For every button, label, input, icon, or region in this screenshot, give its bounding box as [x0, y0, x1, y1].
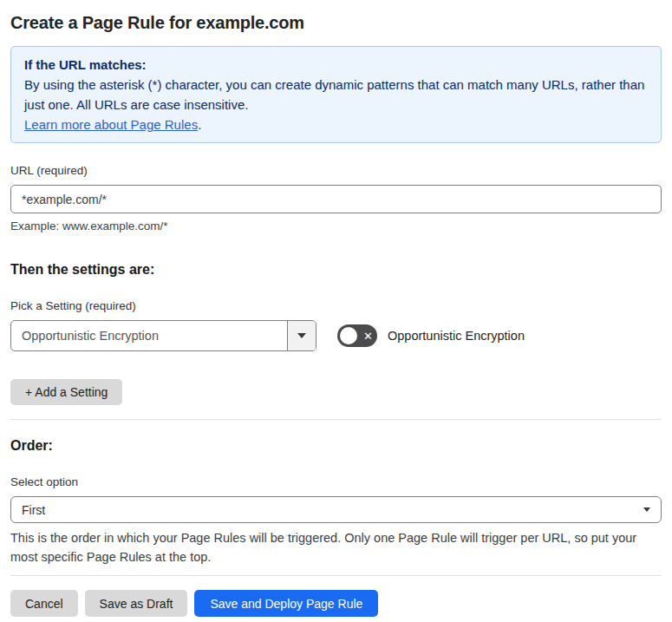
order-select[interactable]: First	[10, 496, 662, 523]
setting-select-value: Opportunistic Encryption	[11, 321, 287, 350]
setting-select-arrow-button[interactable]	[287, 321, 316, 350]
url-example-hint: Example: www.example.com/*	[10, 219, 662, 233]
setting-row: Opportunistic Encryption ✕ Opportunistic…	[10, 320, 662, 351]
url-field-label: URL (required)	[10, 164, 662, 178]
order-select-label: Select option	[10, 475, 662, 489]
link-suffix: .	[198, 117, 201, 132]
url-input[interactable]	[10, 185, 662, 213]
caret-down-icon	[297, 333, 306, 338]
order-hint-text: This is the order in which your Page Rul…	[10, 528, 659, 566]
toggle-knob	[340, 327, 357, 344]
page-title: Create a Page Rule for example.com	[10, 10, 662, 35]
order-section-heading: Order:	[10, 437, 662, 455]
x-icon: ✕	[363, 331, 373, 342]
toggle-label: Opportunistic Encryption	[388, 329, 525, 343]
url-matches-info-box: If the URL matches: By using the asteris…	[10, 46, 662, 143]
save-and-deploy-button[interactable]: Save and Deploy Page Rule	[194, 590, 378, 617]
opportunistic-encryption-toggle[interactable]: ✕	[337, 324, 377, 347]
caret-down-icon	[643, 507, 650, 512]
page-rule-form: Create a Page Rule for example.com If th…	[0, 10, 672, 617]
pick-setting-label: Pick a Setting (required)	[10, 299, 662, 313]
actions-divider	[10, 575, 662, 576]
settings-section-heading: Then the settings are:	[10, 261, 662, 278]
add-setting-button[interactable]: + Add a Setting	[10, 379, 122, 405]
section-divider	[10, 419, 662, 420]
form-actions: Cancel Save as Draft Save and Deploy Pag…	[10, 590, 662, 617]
info-box-link-line: Learn more about Page Rules.	[24, 115, 648, 134]
info-box-heading: If the URL matches:	[24, 55, 648, 75]
setting-select[interactable]: Opportunistic Encryption	[10, 320, 316, 351]
cancel-button[interactable]: Cancel	[10, 590, 78, 617]
learn-more-link[interactable]: Learn more about Page Rules	[24, 117, 198, 132]
order-select-value: First	[22, 503, 45, 517]
save-as-draft-button[interactable]: Save as Draft	[85, 590, 188, 617]
info-box-body: By using the asterisk (*) character, you…	[24, 75, 648, 115]
